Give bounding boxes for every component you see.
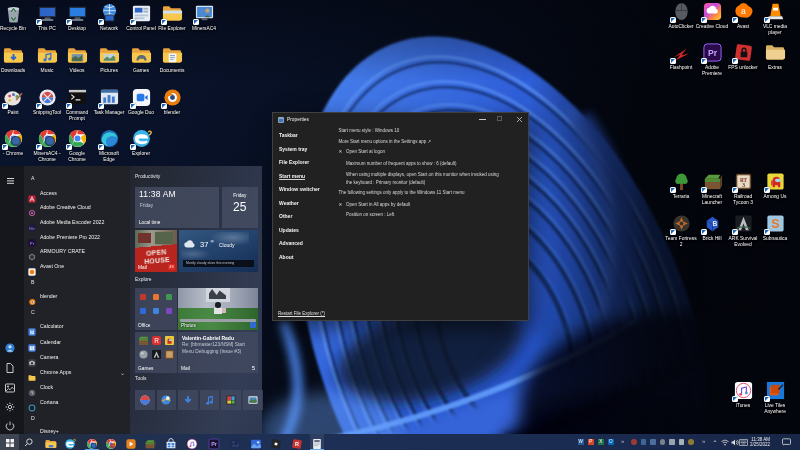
svg-text:R: R [295,441,299,447]
svg-text:Pr: Pr [211,441,218,447]
svg-text:3: 3 [741,181,744,188]
svg-text:R: R [154,337,159,344]
svg-text:Me: Me [29,225,36,230]
svg-text:B: B [712,220,717,227]
svg-text:Pr: Pr [30,240,35,245]
svg-text:Pr: Pr [707,48,717,58]
svg-text:a: a [741,6,746,16]
svg-text:S: S [771,217,779,231]
